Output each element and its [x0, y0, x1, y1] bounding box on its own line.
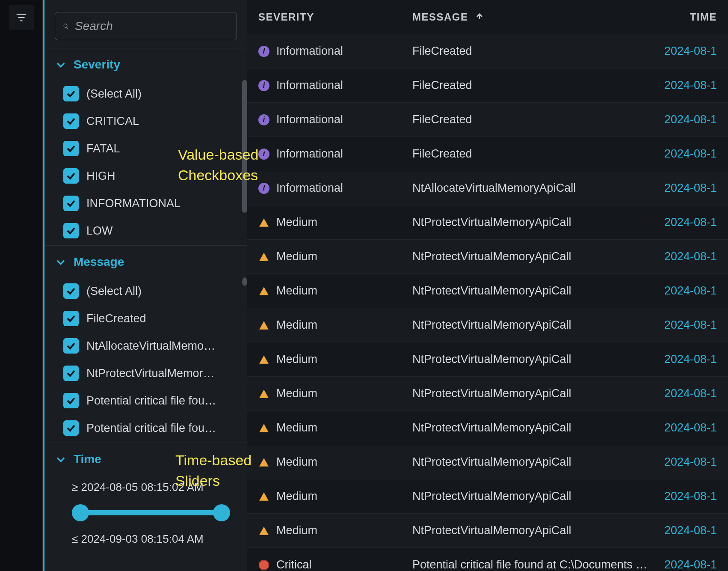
time-cell[interactable]: 2024-08-1 — [648, 45, 717, 58]
severity-label: Medium — [276, 421, 317, 434]
severity-option[interactable]: FATAL — [63, 135, 243, 162]
warning-icon — [258, 491, 269, 502]
message-option-label: Potential critical file found at… — [86, 394, 219, 407]
severity-option[interactable]: CRITICAL — [63, 107, 243, 135]
severity-option[interactable]: (Select All) — [63, 80, 243, 107]
message-option[interactable]: NtAllocateVirtualMemoryA… — [63, 332, 243, 360]
section-time: Time ≥ 2024-08-05 08:15:02 AM ≤ 2024-09-… — [44, 443, 247, 561]
severity-option[interactable]: HIGH — [63, 162, 243, 190]
severity-scrollbar-thumb[interactable] — [242, 80, 247, 213]
table-row[interactable]: MediumNtProtectVirtualMemoryApiCall2024-… — [247, 479, 728, 514]
time-cell[interactable]: 2024-08-1 — [648, 147, 717, 161]
severity-option-label: HIGH — [86, 170, 115, 183]
critical-icon — [258, 559, 269, 571]
severity-cell: Medium — [258, 524, 412, 537]
table-row[interactable]: MediumNtProtectVirtualMemoryApiCall2024-… — [247, 377, 728, 411]
message-option[interactable]: Potential critical file found at… — [63, 387, 243, 414]
severity-cell: Medium — [258, 421, 412, 434]
section-severity: Severity (Select All)CRITICALFATALHIGHIN… — [44, 48, 247, 245]
message-option[interactable]: Potential critical file found at… — [63, 414, 243, 442]
message-scrollbar[interactable] — [242, 277, 247, 440]
message-cell: NtProtectVirtualMemoryApiCall — [412, 524, 648, 537]
chevron-down-icon — [55, 256, 67, 268]
time-cell[interactable]: 2024-08-1 — [648, 524, 717, 537]
info-icon — [258, 80, 269, 91]
message-cell: NtProtectVirtualMemoryApiCall — [412, 455, 648, 469]
message-option[interactable]: FileCreated — [63, 305, 243, 332]
checkbox-checked-icon — [63, 283, 79, 299]
table-row[interactable]: CriticalPotential critical file found at… — [247, 548, 728, 571]
time-cell[interactable]: 2024-08-1 — [648, 79, 717, 92]
message-scrollbar-thumb[interactable] — [242, 277, 247, 286]
section-severity-header[interactable]: Severity — [44, 48, 247, 77]
table-row[interactable]: InformationalFileCreated2024-08-1 — [247, 68, 728, 103]
column-header-message[interactable]: MESSAGE — [412, 11, 648, 24]
left-gutter — [0, 0, 43, 571]
severity-option-label: (Select All) — [86, 87, 142, 101]
checkbox-checked-icon — [63, 420, 79, 436]
section-time-header[interactable]: Time — [44, 443, 247, 472]
message-cell: NtProtectVirtualMemoryApiCall — [412, 284, 648, 297]
severity-scrollbar[interactable] — [242, 80, 247, 243]
table-row[interactable]: MediumNtProtectVirtualMemoryApiCall2024-… — [247, 445, 728, 479]
time-cell[interactable]: 2024-08-1 — [648, 353, 717, 366]
column-header-severity[interactable]: SEVERITY — [258, 11, 412, 23]
severity-label: Medium — [276, 250, 317, 263]
table-row[interactable]: MediumNtProtectVirtualMemoryApiCall2024-… — [247, 205, 728, 240]
table-row[interactable]: MediumNtProtectVirtualMemoryApiCall2024-… — [247, 240, 728, 274]
column-header-time[interactable]: TIME — [648, 11, 717, 23]
table-row[interactable]: MediumNtProtectVirtualMemoryApiCall2024-… — [247, 514, 728, 548]
table-row[interactable]: MediumNtProtectVirtualMemoryApiCall2024-… — [247, 411, 728, 445]
message-cell: NtAllocateVirtualMemoryApiCall — [412, 181, 648, 195]
table-row[interactable]: InformationalNtAllocateVirtualMemoryApiC… — [247, 171, 728, 205]
checkbox-checked-icon — [63, 338, 79, 354]
severity-option[interactable]: LOW — [63, 217, 243, 244]
time-cell[interactable]: 2024-08-1 — [648, 490, 717, 503]
message-option-label: NtAllocateVirtualMemoryA… — [86, 339, 219, 353]
sort-ascending-icon — [474, 11, 485, 24]
severity-cell: Medium — [258, 250, 412, 263]
search-input[interactable] — [75, 19, 229, 33]
severity-option[interactable]: INFORMATIONAL — [63, 190, 243, 217]
section-message-title: Message — [74, 255, 124, 269]
time-cell[interactable]: 2024-08-1 — [648, 421, 717, 434]
time-cell[interactable]: 2024-08-1 — [648, 387, 717, 400]
message-cell: NtProtectVirtualMemoryApiCall — [412, 421, 648, 434]
time-slider-body: ≥ 2024-08-05 08:15:02 AM ≤ 2024-09-03 08… — [44, 472, 247, 561]
severity-cell: Informational — [258, 45, 412, 58]
message-options: (Select All)FileCreatedNtAllocateVirtual… — [44, 275, 247, 443]
time-cell[interactable]: 2024-08-1 — [648, 318, 717, 332]
filter-toggle-button[interactable] — [9, 5, 34, 30]
slider-track — [78, 510, 224, 515]
time-cell[interactable]: 2024-08-1 — [648, 216, 717, 229]
table-row[interactable]: InformationalFileCreated2024-08-1 — [247, 103, 728, 137]
severity-cell: Medium — [258, 353, 412, 366]
severity-label: Medium — [276, 318, 317, 332]
search-field[interactable] — [55, 12, 237, 40]
time-cell[interactable]: 2024-08-1 — [648, 113, 717, 126]
slider-handle-max[interactable] — [213, 504, 230, 521]
table-row[interactable]: MediumNtProtectVirtualMemoryApiCall2024-… — [247, 342, 728, 377]
message-cell: FileCreated — [412, 45, 648, 58]
table-header: SEVERITY MESSAGE TIME — [247, 0, 728, 34]
time-cell[interactable]: 2024-08-1 — [648, 558, 717, 571]
time-cell[interactable]: 2024-08-1 — [648, 284, 717, 297]
time-cell[interactable]: 2024-08-1 — [648, 181, 717, 195]
message-cell: Potential critical file found at C:\Docu… — [412, 558, 648, 571]
table-row[interactable]: MediumNtProtectVirtualMemoryApiCall2024-… — [247, 308, 728, 342]
time-range-slider[interactable] — [72, 502, 230, 524]
table-body: InformationalFileCreated2024-08-1Informa… — [247, 34, 728, 571]
message-option[interactable]: NtProtectVirtualMemoryAp… — [63, 360, 243, 387]
time-cell[interactable]: 2024-08-1 — [648, 250, 717, 263]
table-row[interactable]: InformationalFileCreated2024-08-1 — [247, 137, 728, 171]
table-row[interactable]: MediumNtProtectVirtualMemoryApiCall2024-… — [247, 274, 728, 308]
severity-label: Medium — [276, 353, 317, 366]
section-message-header[interactable]: Message — [44, 246, 247, 275]
slider-handle-min[interactable] — [72, 504, 89, 521]
time-cell[interactable]: 2024-08-1 — [648, 455, 717, 469]
info-icon — [258, 46, 269, 57]
severity-option-label: LOW — [86, 224, 113, 238]
severity-label: Medium — [276, 284, 317, 297]
message-option[interactable]: (Select All) — [63, 277, 243, 305]
table-row[interactable]: InformationalFileCreated2024-08-1 — [247, 34, 728, 68]
